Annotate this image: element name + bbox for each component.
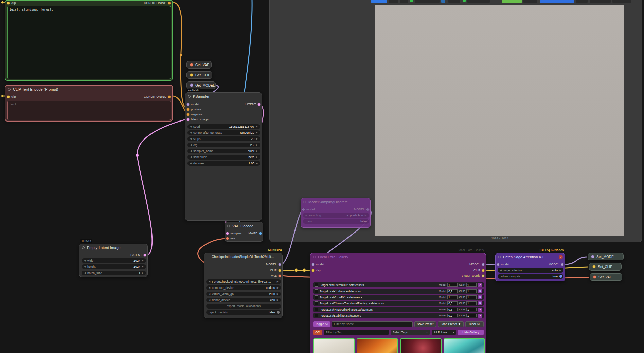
clip-input-port[interactable]: clip — [7, 1, 16, 5]
increment-icon[interactable]: ▶ — [364, 214, 368, 217]
clip-port-dot-icon[interactable] — [592, 265, 596, 268]
decrement-icon[interactable]: ◀ — [83, 265, 87, 268]
ksampler-node[interactable]: KSampler model positive negative latent_… — [185, 92, 262, 221]
toolbar-button-fragment[interactable] — [448, 0, 460, 3]
scheduler-widget[interactable]: ◀ scheduler beta ▶ — [187, 155, 260, 160]
model-input-port[interactable]: model — [186, 102, 199, 106]
offscreen-link-arrow-icon[interactable] — [1, 94, 3, 98]
lora-model-strength-input[interactable] — [447, 289, 458, 293]
clip-port-dot-icon[interactable] — [482, 269, 485, 272]
or-mode-button[interactable]: OR — [313, 330, 322, 335]
control-after-generate-widget[interactable]: ◀ control after generate randomize ▶ — [187, 130, 260, 135]
steps-widget[interactable]: ◀ steps 20 ▶ — [187, 136, 260, 141]
model-port-dot-icon[interactable] — [190, 83, 193, 87]
virtual-vram-widget[interactable]: ◀ virtual_vram_gb 20.0 ▶ — [206, 292, 281, 296]
zsnr-widget[interactable]: zsnr false — [303, 219, 369, 224]
remove-lora-button[interactable]: ✕ — [478, 283, 482, 287]
batch-size-widget[interactable]: ◀ batch_size 1 ▶ — [82, 271, 146, 275]
lora-thumbnail[interactable] — [357, 338, 398, 353]
latent-output-port[interactable]: LATENT — [245, 102, 261, 106]
reroute-dot[interactable] — [180, 54, 182, 56]
node-title-bar[interactable]: Patch Sage Attention KJ — [496, 253, 565, 261]
decrement-icon[interactable]: ◀ — [189, 156, 193, 159]
increment-icon[interactable]: ▶ — [141, 272, 145, 274]
lora-enable-checkbox[interactable] — [315, 301, 318, 305]
positive-input-port[interactable]: positive — [186, 107, 201, 111]
decrement-icon[interactable]: ◀ — [189, 125, 193, 128]
node-title-bar[interactable]: VAE Decode — [225, 222, 263, 230]
load-preset-button[interactable]: Load Preset ▼ — [438, 321, 464, 327]
model-port-dot-icon[interactable] — [482, 263, 485, 266]
decrement-icon[interactable]: ◀ — [189, 131, 193, 134]
increment-icon[interactable]: ▶ — [255, 131, 259, 134]
remove-lora-button[interactable]: ✕ — [478, 301, 482, 305]
collapse-dot-icon[interactable] — [313, 256, 316, 258]
remove-lora-button[interactable]: ✕ — [478, 308, 482, 312]
increment-icon[interactable]: ▶ — [255, 156, 259, 159]
collapse-dot-icon[interactable] — [227, 225, 230, 227]
lora-row[interactable]: ForgeLora\Stabilizer.safetensors Model C… — [313, 313, 484, 318]
allow-compile-toggle[interactable]: allow_compile true — [498, 274, 564, 279]
empty-latent-image-node[interactable]: Empty Latent Image LATENT ◀ width 1024 ▶… — [79, 244, 148, 277]
filter-by-name-input[interactable] — [332, 321, 413, 327]
lora-clip-strength-input[interactable] — [466, 308, 477, 311]
clear-all-button[interactable]: Clear All — [465, 321, 484, 327]
lora-row[interactable]: ForgeLora\PinDoodlePinartiq.safetensors … — [313, 307, 484, 312]
remove-lora-button[interactable]: ✕ — [478, 314, 482, 318]
increment-icon[interactable]: ▶ — [141, 265, 145, 268]
lora-row[interactable]: ForgeLora\VixonPXL.safetensors Model CLI… — [313, 295, 484, 300]
node-title-bar[interactable]: ModelSamplingDiscrete — [301, 198, 370, 206]
cfg-widget[interactable]: ◀ cfg 2.2 ▶ — [187, 143, 260, 147]
offscreen-link-arrow-icon[interactable] — [1, 1, 3, 4]
ckpt-name-widget[interactable]: ◀ ForgeCheckpoints\novaAnimeXL_ilV80.s .… — [206, 279, 281, 284]
all-folders-select[interactable]: All Folders ▾ — [432, 330, 456, 335]
increment-icon[interactable]: ▶ — [276, 286, 280, 289]
clip-port-dot-icon[interactable] — [278, 269, 281, 272]
model-output-port[interactable]: MODEL — [354, 207, 369, 211]
toolbar-button-fragment[interactable] — [371, 0, 387, 3]
decrement-icon[interactable]: ◀ — [83, 259, 87, 262]
increment-icon[interactable]: ▶ — [255, 144, 259, 146]
node-title-bar[interactable]: Empty Latent Image — [79, 244, 147, 252]
reroute-dot[interactable] — [303, 269, 306, 272]
sampler-name-widget[interactable]: ◀ sampler_name euler ▶ — [187, 149, 260, 153]
clip-port-dot-icon[interactable] — [311, 269, 315, 272]
node-title-bar[interactable]: CLIP Text Encode (Prompt) — [5, 86, 172, 93]
width-widget[interactable]: ◀ width 1024 ▶ — [82, 258, 146, 263]
denoise-widget[interactable]: ◀ denoise 1.00 ▶ — [187, 161, 260, 166]
remove-lora-button[interactable]: ✕ — [478, 295, 482, 299]
collapse-dot-icon[interactable] — [207, 256, 209, 258]
lora-clip-strength-input[interactable] — [466, 283, 477, 287]
increment-icon[interactable]: ▶ — [255, 137, 259, 140]
vae-input-port[interactable]: vae — [226, 236, 235, 240]
latent-port-dot-icon[interactable] — [226, 232, 229, 235]
lora-row[interactable]: ForgeLora\FrierenIllu2.safetensors Model… — [313, 282, 484, 287]
latent-output-port[interactable]: LATENT — [130, 253, 146, 257]
lora-thumbnail[interactable] — [400, 338, 442, 353]
lora-model-strength-input[interactable] — [447, 295, 458, 299]
lora-enable-checkbox[interactable] — [315, 295, 318, 299]
clip-port-dot-icon[interactable] — [190, 73, 193, 77]
lora-enable-checkbox[interactable] — [315, 283, 318, 287]
latent-port-dot-icon[interactable] — [143, 254, 146, 257]
vae-port-dot-icon[interactable] — [226, 237, 229, 240]
set-model-node[interactable]: Set_MODEL — [588, 253, 624, 260]
clip-text-encode-negative-node[interactable]: CLIP Text Encode (Prompt) clip CONDITION… — [5, 85, 173, 122]
collapse-dot-icon[interactable] — [82, 246, 85, 249]
increment-icon[interactable]: ▶ — [255, 162, 259, 165]
conditioning-port-dot-icon[interactable] — [168, 95, 171, 98]
lora-model-strength-input[interactable] — [447, 283, 458, 287]
increment-icon[interactable]: ▶ — [276, 293, 280, 295]
toolbar-button-fragment[interactable] — [540, 0, 574, 3]
lora-model-strength-input[interactable] — [447, 314, 458, 317]
vae-port-dot-icon[interactable] — [593, 275, 596, 279]
clip-port-dot-icon[interactable] — [7, 95, 10, 98]
reroute-dot[interactable] — [136, 154, 139, 157]
decrement-icon[interactable]: ◀ — [208, 280, 211, 283]
sage-attention-widget[interactable]: ◀ sage_attention auto ▶ — [498, 268, 564, 273]
latent-port-dot-icon[interactable] — [257, 103, 261, 106]
collapse-dot-icon[interactable] — [188, 95, 191, 98]
clip-port-dot-icon[interactable] — [7, 2, 10, 5]
toolbar-button-fragment[interactable] — [467, 0, 490, 3]
model-port-dot-icon[interactable] — [186, 103, 190, 106]
